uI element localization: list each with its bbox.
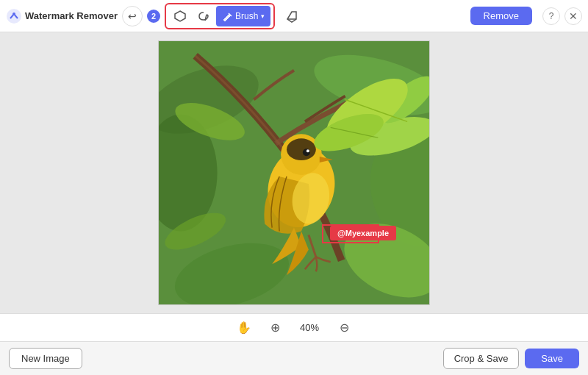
brush-dropdown-icon: ▾ [261, 12, 265, 20]
remove-button[interactable]: Remove [470, 7, 532, 25]
zoom-in-button[interactable]: ⊕ [265, 318, 284, 338]
window-controls: ? ✕ [542, 7, 582, 25]
title-bar: Watermark Remover ↩ 2 Brush ▾ [0, 0, 588, 32]
close-button[interactable]: ✕ [564, 7, 582, 25]
brush-label: Brush [235, 11, 258, 21]
footer: New Image Crop & Save Save [0, 341, 588, 375]
brush-tool-button[interactable]: Brush ▾ [216, 6, 270, 26]
new-image-button[interactable]: New Image [9, 348, 82, 369]
app-logo: Watermark Remover [6, 8, 118, 24]
help-icon: ? [549, 11, 554, 21]
brush-icon [222, 11, 232, 21]
app-title: Watermark Remover [25, 10, 118, 21]
canvas-container[interactable]: @Myexample [158, 40, 430, 305]
watermark-text: @Myexample [330, 226, 396, 240]
bird-image: @Myexample [158, 40, 430, 305]
svg-point-0 [7, 9, 21, 24]
logo-icon [6, 8, 22, 24]
svg-point-20 [303, 149, 310, 156]
close-icon: ✕ [569, 10, 578, 22]
svg-point-19 [287, 138, 316, 160]
zoom-out-button[interactable]: ⊖ [334, 318, 354, 338]
pan-icon: ✋ [237, 321, 251, 335]
tool-group: Brush ▾ [165, 3, 275, 29]
zoom-out-icon: ⊖ [340, 321, 349, 335]
zoom-level: 40% [296, 322, 323, 333]
lasso-icon [197, 10, 210, 23]
save-button[interactable]: Save [525, 349, 579, 368]
eraser-icon [284, 9, 299, 24]
step2-badge: 2 [147, 10, 160, 23]
back-button[interactable]: ↩ [122, 6, 143, 26]
back-icon: ↩ [128, 10, 137, 22]
zoom-toolbar: ✋ ⊕ 40% ⊖ [0, 313, 588, 341]
svg-point-21 [306, 149, 309, 152]
lasso-tool-button[interactable] [193, 6, 215, 26]
svg-marker-2 [175, 11, 185, 21]
help-button[interactable]: ? [542, 7, 560, 25]
zoom-in-icon: ⊕ [270, 321, 280, 335]
pan-button[interactable]: ✋ [234, 318, 254, 338]
polygon-icon [173, 10, 187, 23]
main-area: 3 [0, 32, 588, 313]
crop-save-button[interactable]: Crop & Save [443, 348, 520, 369]
polygon-tool-button[interactable] [169, 6, 191, 26]
eraser-button[interactable] [279, 6, 304, 26]
svg-marker-5 [287, 12, 296, 22]
svg-point-1 [12, 12, 15, 15]
